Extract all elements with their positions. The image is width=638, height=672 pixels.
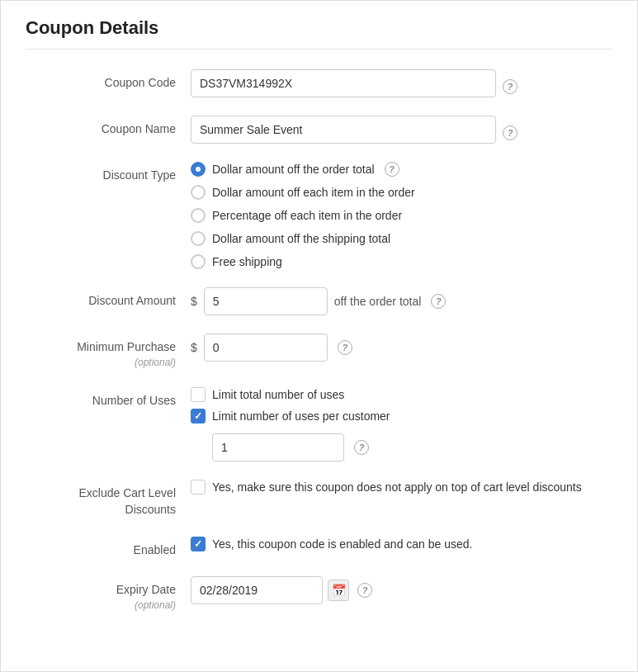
minimum-purchase-help-icon[interactable]: ? [338,340,352,355]
discount-amount-suffix: off the order total [334,295,422,308]
radio-dollar-order[interactable]: Dollar amount off the order total ? [191,162,415,177]
coupon-name-input[interactable] [191,116,496,144]
discount-currency-symbol: $ [191,295,197,308]
minimum-purchase-input[interactable] [204,334,328,362]
radio-dollar-order-label: Dollar amount off the order total [212,163,375,176]
discount-amount-help-icon[interactable]: ? [431,294,446,309]
expiry-date-label: Expiry Date (optional) [26,576,191,612]
expiry-date-sublabel: (optional) [26,599,176,613]
radio-percent-item-label: Percentage off each item in the order [212,209,402,222]
radio-dollar-shipping-input[interactable] [191,231,206,246]
coupon-name-control: ? [191,116,612,144]
limit-per-customer-checkbox[interactable] [191,409,206,424]
expiry-date-row: Expiry Date (optional) 📅 ? [26,576,612,612]
limit-total-checkbox[interactable] [191,387,206,402]
radio-dollar-item-input[interactable] [191,185,206,200]
expiry-date-control: 📅 ? [191,576,612,604]
exclude-cart-label: Exclude Cart Level Discounts [26,480,191,518]
coupon-code-input[interactable] [191,69,496,97]
exclude-cart-checkbox[interactable] [191,480,206,495]
exclude-cart-checkbox-label: Yes, make sure this coupon does not appl… [212,480,582,494]
page-title: Coupon Details [26,17,612,50]
enabled-label: Enabled [26,537,191,559]
enabled-checkbox[interactable] [191,537,206,551]
expiry-date-inner: 📅 ? [191,576,372,604]
enabled-control: Yes, this coupon code is enabled and can… [191,537,612,558]
radio-free-shipping-input[interactable] [191,254,206,269]
coupon-code-control: ? [191,69,612,97]
discount-type-row: Discount Type Dollar amount off the orde… [26,162,612,269]
coupon-name-row: Coupon Name ? [26,116,612,144]
radio-percent-item[interactable]: Percentage off each item in the order [191,208,415,223]
enabled-checkbox-row: Yes, this coupon code is enabled and can… [191,537,473,551]
limit-per-customer-label: Limit number of uses per customer [212,409,390,423]
discount-amount-inner: $ off the order total ? [191,287,446,315]
coupon-name-help-icon[interactable]: ? [503,125,517,140]
radio-dollar-shipping-label: Dollar amount off the shipping total [212,232,390,245]
limit-per-customer-row: Limit number of uses per customer [191,409,390,424]
minimum-purchase-row: Minimum Purchase (optional) $ ? [26,334,612,369]
coupon-code-row: Coupon Code ? [26,69,612,97]
radio-free-shipping[interactable]: Free shipping [191,254,415,269]
coupon-code-label: Coupon Code [26,69,191,92]
minimum-purchase-control: $ ? [191,334,612,362]
enabled-row: Enabled Yes, this coupon code is enabled… [26,537,612,559]
limit-total-row: Limit total number of uses [191,387,344,402]
exclude-cart-row: Exclude Cart Level Discounts Yes, make s… [26,480,612,518]
radio-free-shipping-label: Free shipping [212,255,282,268]
discount-amount-input[interactable] [204,287,328,315]
minimum-purchase-inner: $ ? [191,334,352,362]
expiry-date-input[interactable] [191,576,323,604]
number-of-uses-control: Limit total number of uses Limit number … [191,387,612,461]
minimum-purchase-currency: $ [191,341,197,354]
discount-type-radio-group: Dollar amount off the order total ? Doll… [191,162,415,269]
per-customer-value-row: ? [191,433,369,461]
radio-dollar-item-label: Dollar amount off each item in the order [212,186,415,199]
discount-amount-row: Discount Amount $ off the order total ? [26,287,612,315]
per-customer-value-input[interactable] [212,433,344,461]
minimum-purchase-sublabel: (optional) [26,356,176,370]
minimum-purchase-label: Minimum Purchase (optional) [26,334,191,369]
expiry-date-help-icon[interactable]: ? [357,583,372,598]
radio-percent-item-input[interactable] [191,208,206,223]
discount-type-help-icon[interactable]: ? [385,162,399,177]
coupon-details-page: Coupon Details Coupon Code ? Coupon Name… [0,0,638,672]
discount-type-label: Discount Type [26,162,191,184]
exclude-cart-control: Yes, make sure this coupon does not appl… [191,480,612,501]
enabled-checkbox-label: Yes, this coupon code is enabled and can… [212,537,473,551]
radio-dollar-item[interactable]: Dollar amount off each item in the order [191,185,415,200]
coupon-name-label: Coupon Name [26,116,191,138]
number-of-uses-label: Number of Uses [26,387,191,409]
radio-dollar-order-input[interactable] [191,162,206,177]
exclude-cart-checkbox-row: Yes, make sure this coupon does not appl… [191,480,582,495]
radio-dollar-shipping[interactable]: Dollar amount off the shipping total [191,231,415,246]
number-of-uses-row: Number of Uses Limit total number of use… [26,387,612,461]
discount-amount-label: Discount Amount [26,287,191,310]
coupon-code-help-icon[interactable]: ? [503,79,517,94]
discount-type-control: Dollar amount off the order total ? Doll… [191,162,612,269]
limit-total-label: Limit total number of uses [212,388,344,401]
per-customer-help-icon[interactable]: ? [354,440,369,455]
calendar-icon[interactable]: 📅 [328,580,349,601]
discount-amount-control: $ off the order total ? [191,287,612,315]
